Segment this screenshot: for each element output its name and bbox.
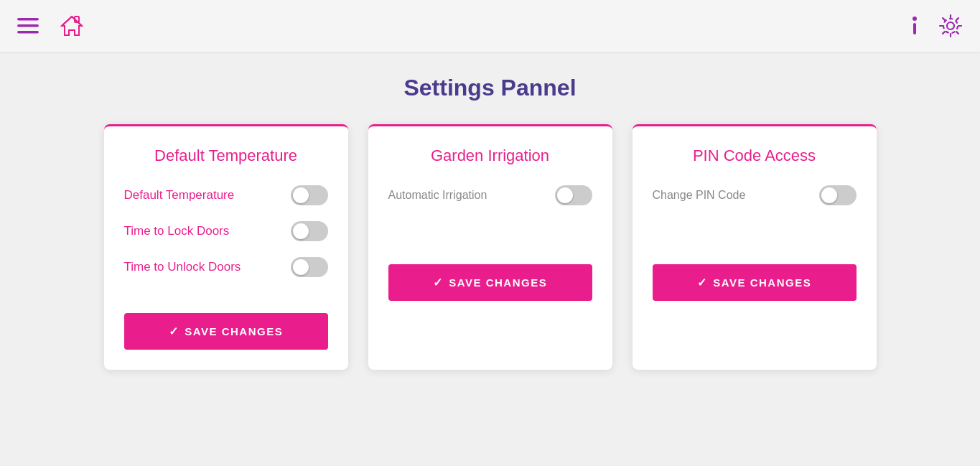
- navbar: [0, 0, 980, 52]
- card-pin: PIN Code Access Change PIN Code ✓ SAVE C…: [633, 124, 877, 370]
- info-icon[interactable]: [911, 15, 918, 37]
- navbar-right: [911, 14, 963, 38]
- setting-label-unlock: Time to Unlock Doors: [124, 260, 241, 274]
- svg-rect-5: [913, 23, 916, 34]
- card-temperature: Default Temperature Default Temperature …: [104, 124, 348, 370]
- toggle-irrigation[interactable]: [555, 185, 592, 205]
- toggle-temp[interactable]: [291, 185, 328, 205]
- save-label-2: SAVE CHANGES: [449, 276, 547, 289]
- navbar-left: [17, 13, 85, 39]
- toggle-lock[interactable]: [291, 221, 328, 241]
- svg-point-4: [913, 17, 917, 21]
- svg-rect-2: [17, 31, 39, 34]
- toggle-temp-thumb: [293, 187, 309, 203]
- setting-row-temp: Default Temperature: [124, 185, 328, 205]
- save-label-3: SAVE CHANGES: [713, 276, 811, 289]
- main-content: Settings Pannel Default Temperature Defa…: [0, 52, 980, 393]
- toggle-irrigation-thumb: [557, 187, 573, 203]
- checkmark-icon-3: ✓: [697, 276, 708, 289]
- checkmark-icon-1: ✓: [169, 325, 179, 338]
- setting-label-pin: Change PIN Code: [653, 189, 746, 202]
- card-pin-title: PIN Code Access: [653, 146, 857, 165]
- svg-rect-1: [17, 24, 39, 27]
- checkmark-icon-2: ✓: [433, 276, 444, 289]
- save-label-1: SAVE CHANGES: [185, 325, 283, 337]
- setting-label-temp: Default Temperature: [124, 188, 235, 202]
- toggle-lock-thumb: [293, 223, 309, 239]
- hamburger-icon[interactable]: [17, 18, 39, 34]
- save-button-temperature[interactable]: ✓ SAVE CHANGES: [124, 313, 328, 350]
- setting-row-pin: Change PIN Code: [653, 185, 857, 205]
- cards-row: Default Temperature Default Temperature …: [34, 124, 946, 370]
- setting-row-irrigation: Automatic Irrigation: [388, 185, 592, 205]
- svg-point-6: [947, 22, 954, 29]
- gear-icon[interactable]: [938, 14, 963, 38]
- home-icon[interactable]: [59, 13, 85, 39]
- setting-label-lock: Time to Lock Doors: [124, 224, 230, 238]
- card-irrigation-title: Garden Irrigation: [388, 146, 592, 165]
- toggle-unlock[interactable]: [291, 257, 328, 277]
- toggle-pin-thumb: [821, 187, 837, 203]
- save-button-irrigation[interactable]: ✓ SAVE CHANGES: [388, 264, 592, 301]
- toggle-pin[interactable]: [819, 185, 857, 205]
- toggle-unlock-thumb: [293, 259, 309, 275]
- setting-label-irrigation: Automatic Irrigation: [388, 189, 487, 202]
- card-temperature-title: Default Temperature: [124, 146, 328, 165]
- svg-point-7: [943, 19, 958, 33]
- setting-row-lock: Time to Lock Doors: [124, 221, 328, 241]
- card-irrigation: Garden Irrigation Automatic Irrigation ✓…: [368, 124, 612, 370]
- page-title: Settings Pannel: [34, 75, 946, 101]
- svg-rect-0: [17, 18, 39, 21]
- save-button-pin[interactable]: ✓ SAVE CHANGES: [653, 264, 857, 301]
- setting-row-unlock: Time to Unlock Doors: [124, 257, 328, 277]
